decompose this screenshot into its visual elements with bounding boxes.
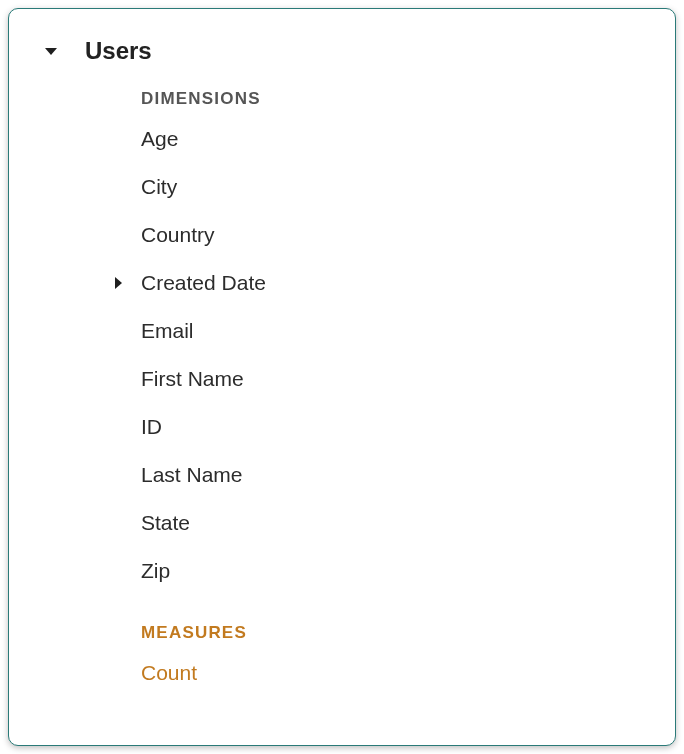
dimensions-section: DIMENSIONS Age City Country Created Date… <box>9 89 675 685</box>
dimension-field-city[interactable]: City <box>109 175 675 199</box>
field-label: ID <box>141 415 162 439</box>
field-label: Zip <box>141 559 170 583</box>
field-label: Age <box>141 127 178 151</box>
dimension-field-first-name[interactable]: First Name <box>109 367 675 391</box>
dimension-field-state[interactable]: State <box>109 511 675 535</box>
dimension-field-id[interactable]: ID <box>109 415 675 439</box>
view-header-users[interactable]: Users <box>9 37 675 65</box>
measures-heading: MEASURES <box>141 623 675 643</box>
field-label: Email <box>141 319 194 343</box>
dimension-field-age[interactable]: Age <box>109 127 675 151</box>
dimension-field-created-date[interactable]: Created Date <box>109 271 675 295</box>
measure-field-count[interactable]: Count <box>109 661 675 685</box>
caret-down-icon <box>45 48 57 55</box>
field-label: Country <box>141 223 215 247</box>
field-label: Created Date <box>141 271 266 295</box>
view-title: Users <box>85 37 152 65</box>
dimensions-heading: DIMENSIONS <box>141 89 675 109</box>
field-picker-panel: Users DIMENSIONS Age City Country Create… <box>8 8 676 746</box>
field-label: Last Name <box>141 463 243 487</box>
field-label: State <box>141 511 190 535</box>
field-label: City <box>141 175 177 199</box>
dimension-field-country[interactable]: Country <box>109 223 675 247</box>
caret-right-icon <box>115 277 122 289</box>
dimension-field-zip[interactable]: Zip <box>109 559 675 583</box>
dimension-field-last-name[interactable]: Last Name <box>109 463 675 487</box>
field-label: First Name <box>141 367 244 391</box>
field-label: Count <box>141 661 197 685</box>
dimension-field-email[interactable]: Email <box>109 319 675 343</box>
